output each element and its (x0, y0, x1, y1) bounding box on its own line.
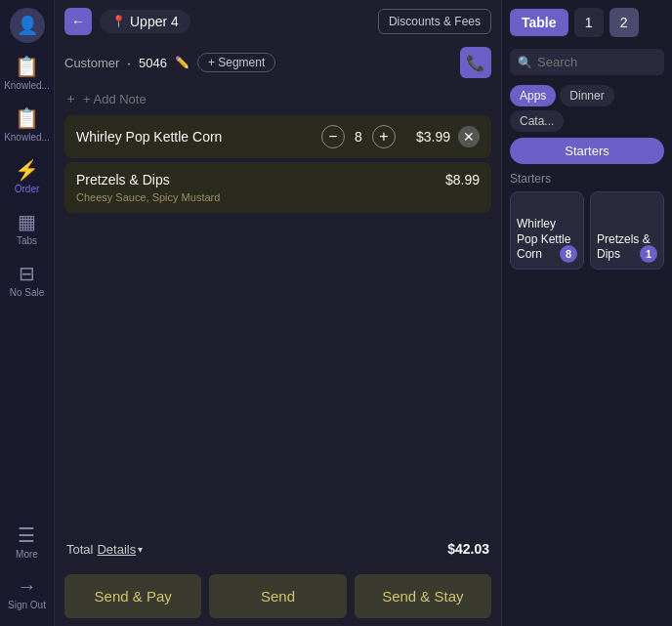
search-input[interactable] (510, 49, 664, 75)
details-link[interactable]: Details (97, 542, 136, 557)
sidebar-item-label: Order (15, 184, 40, 194)
sidebar: 👤 📋 Knowled... 📋 Knowled... ⚡ Order ▦ Ta… (0, 0, 55, 626)
qty-number: 8 (351, 129, 366, 145)
phone-icon: 📞 (466, 54, 485, 72)
remove-item-button[interactable]: ✕ (458, 126, 480, 147)
add-note-input[interactable] (83, 92, 491, 106)
section-label: Starters (502, 168, 672, 188)
sidebar-item-more[interactable]: ☰ More (8, 516, 46, 567)
order-icon: ⚡ (15, 158, 39, 182)
table-num-2-button[interactable]: 2 (609, 8, 639, 37)
pin-icon: 📍 (111, 15, 126, 28)
avatar-icon: 👤 (17, 15, 38, 36)
main-panel: ← 📍 Upper 4 Discounts & Fees Customer · … (55, 0, 501, 626)
phone-button[interactable]: 📞 (460, 47, 491, 78)
location-name: Upper 4 (130, 14, 179, 29)
dropdown-icon: ▾ (138, 544, 143, 555)
sidebar-item-label: No Sale (10, 287, 45, 298)
menu-items-grid: Whirley Pop Kettle Corn 8 Pretzels & Dip… (502, 188, 672, 273)
tab-dinner[interactable]: Dinner (560, 85, 613, 106)
location-badge[interactable]: 📍 Upper 4 (100, 10, 190, 33)
discounts-fees-button[interactable]: Discounts & Fees (378, 9, 491, 34)
table-num-1-button[interactable]: 1 (574, 8, 604, 37)
order-items-list: Whirley Pop Kettle Corn − 8 + $3.99 ✕ Pr… (55, 115, 501, 531)
customer-id: 5046 (139, 56, 167, 70)
back-button[interactable]: ← (64, 8, 92, 35)
item-modifiers: Cheesy Sauce, Spicy Mustard (76, 191, 480, 203)
edit-icon[interactable]: ✏️ (175, 56, 189, 69)
item-name: Pretzels & Dips (76, 172, 438, 188)
action-buttons: Send & Pay Send Send & Stay (55, 566, 501, 626)
menu-item-pretzels[interactable]: Pretzels & Dips 1 (590, 191, 664, 270)
qty-decrease-button[interactable]: − (321, 125, 345, 148)
sidebar-item-order[interactable]: ⚡ Order (0, 150, 54, 202)
item-name: Whirley Pop Kettle Corn (76, 129, 314, 145)
send-button[interactable]: Send (209, 574, 346, 618)
segment-button[interactable]: + Segment (197, 53, 275, 72)
send-stay-button[interactable]: Send & Stay (355, 574, 491, 618)
sidebar-item-label: Sign Out (8, 600, 46, 610)
right-panel: Table 1 2 🔍 Apps Dinner Cata... Starters… (501, 0, 672, 626)
sidebar-item-knowledgebase1[interactable]: 📋 Knowled... (0, 47, 54, 99)
sidebar-item-label: More (16, 549, 38, 560)
customer-separator: · (127, 56, 131, 70)
table-selector: Table 1 2 (502, 0, 672, 45)
sidebar-item-tabs[interactable]: ▦ Tabs (0, 202, 54, 254)
tab-cata[interactable]: Cata... (510, 110, 564, 132)
add-icon: ＋ (64, 90, 77, 107)
sidebar-item-sign-out[interactable]: → Sign Out (8, 567, 46, 618)
add-note-row: ＋ (55, 86, 501, 115)
starters-tab-button[interactable]: Starters (510, 138, 664, 164)
search-row: 🔍 (502, 45, 672, 79)
no-sale-icon: ⊟ (19, 262, 35, 285)
sidebar-item-label: Knowled... (4, 132, 50, 143)
total-row: Total Details ▾ $42.03 (55, 531, 501, 566)
item-price: $3.99 (403, 129, 450, 145)
sidebar-item-knowledgebase2[interactable]: 📋 Knowled... (0, 99, 54, 150)
avatar: 👤 (10, 8, 45, 43)
order-item: Whirley Pop Kettle Corn − 8 + $3.99 ✕ (64, 115, 491, 158)
menu-item-badge: 1 (640, 245, 657, 263)
menu-item-badge: 8 (560, 245, 577, 263)
menu-item-whirley[interactable]: Whirley Pop Kettle Corn 8 (510, 191, 584, 270)
category-tabs: Apps Dinner Cata... (502, 79, 672, 138)
kb1-icon: 📋 (15, 55, 39, 78)
send-pay-button[interactable]: Send & Pay (64, 574, 201, 618)
total-label: Total (66, 542, 93, 557)
sidebar-item-label: Knowled... (4, 80, 50, 91)
total-amount: $42.03 (447, 541, 489, 557)
qty-increase-button[interactable]: + (372, 125, 396, 148)
sidebar-item-no-sale[interactable]: ⊟ No Sale (0, 254, 54, 306)
search-icon: 🔍 (518, 56, 532, 69)
qty-control: − 8 + (321, 125, 396, 148)
sidebar-item-label: Tabs (17, 235, 37, 246)
more-icon: ☰ (18, 523, 35, 547)
customer-row: Customer · 5046 ✏️ + Segment 📞 (55, 43, 501, 86)
kb2-icon: 📋 (15, 106, 39, 130)
tab-apps[interactable]: Apps (510, 85, 556, 106)
tabs-icon: ▦ (18, 210, 36, 233)
sign-out-icon: → (17, 575, 36, 598)
item-price: $8.99 (445, 172, 480, 188)
order-header: ← 📍 Upper 4 Discounts & Fees (55, 0, 501, 43)
customer-label: Customer (64, 56, 119, 70)
order-item: Pretzels & Dips $8.99 Cheesy Sauce, Spic… (64, 162, 491, 213)
table-button[interactable]: Table (510, 9, 568, 36)
